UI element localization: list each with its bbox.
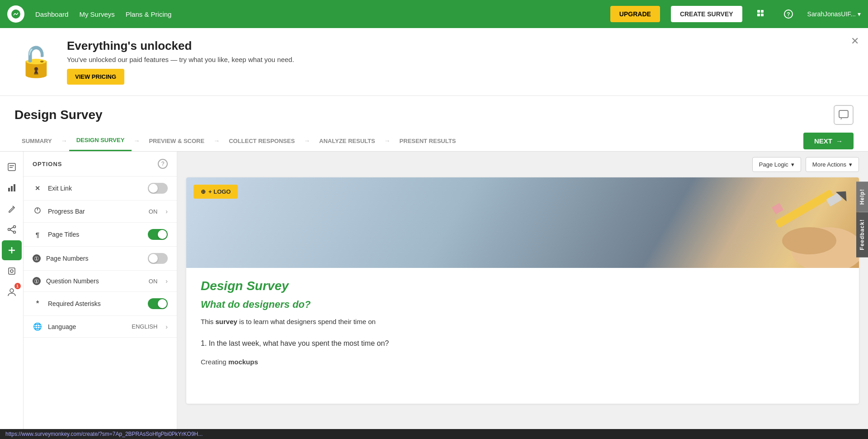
tab-preview-score[interactable]: PREVIEW & SCORE [142,131,212,151]
svg-rect-8 [8,163,15,171]
option-page-numbers: ① Page Numbers [24,247,177,271]
exit-link-icon: ✕ [33,185,42,192]
top-navigation: Dashboard My Surveys Plans & Pricing UPG… [0,0,868,28]
svg-point-22 [10,270,13,272]
lock-icon: 🔓 [18,48,54,76]
option-language: 🌐 Language ENGLISH › [24,316,177,338]
svg-point-16 [13,231,15,234]
question-numbers-icon: ① [33,277,41,285]
survey-title: Design Survey [201,279,844,293]
user-menu[interactable]: SarahJonasUIF... ▾ [807,10,861,18]
required-asterisks-label: Required Asterisks [48,300,142,307]
sidebar-icon-library[interactable] [2,261,22,281]
page-numbers-label: Page Numbers [46,255,142,262]
page-numbers-toggle[interactable] [148,253,168,264]
nav-dashboard[interactable]: Dashboard [35,10,68,18]
sidebar-icon-user[interactable]: 1 [2,282,22,302]
options-header: OPTIONS ? [24,152,177,177]
progress-bar-arrow: › [165,208,168,215]
banner-heading: Everything's unlocked [67,39,294,53]
sidebar-icons: 1 [0,152,24,439]
side-tabs: Help! Feedback! [856,181,868,257]
language-label: Language [48,323,126,330]
nav-my-surveys[interactable]: My Surveys [79,10,114,18]
pencil-illustration [719,177,859,268]
svg-rect-3 [757,14,760,16]
canvas-main: ⊕ + LOGO [186,177,859,404]
page-numbers-icon: ① [33,254,41,262]
chat-icon-button[interactable] [834,105,854,125]
feedback-tab[interactable]: Feedback! [856,212,868,257]
view-pricing-button[interactable]: VIEW PRICING [67,69,124,85]
question-numbers-label: Question Numbers [46,277,143,285]
nav-plans-pricing[interactable]: Plans & Pricing [126,10,172,18]
svg-rect-27 [775,189,834,228]
progress-bar-label: Progress Bar [48,208,143,215]
exit-link-label: Exit Link [48,185,142,192]
page-title: Design Survey [14,108,103,122]
page-logic-button[interactable]: Page Logic ▾ [752,157,801,172]
sidebar-icon-analytics[interactable] [2,178,22,198]
required-asterisks-icon: * [33,300,42,308]
status-url: https://www.surveymonkey.com/create/?sm=… [5,431,203,437]
svg-rect-11 [8,188,10,191]
survey-description: This survey is to learn what designers s… [201,317,844,327]
svg-line-18 [10,230,13,232]
svg-point-23 [10,289,14,292]
more-actions-button[interactable]: More Actions ▾ [806,157,859,172]
svg-point-14 [8,229,10,231]
options-title: OPTIONS [33,161,62,167]
svg-rect-30 [772,203,783,215]
tab-design-survey[interactable]: DESIGN SURVEY [69,130,132,151]
canvas-toolbar: Page Logic ▾ More Actions ▾ [177,152,868,177]
survey-canvas: Page Logic ▾ More Actions ▾ ⊕ + LOGO [177,152,868,439]
sidebar-icon-design[interactable] [2,199,22,219]
survey-body: Design Survey What do designers do? This… [186,268,859,379]
survey-option-1: Creating mockups [201,355,844,368]
question-numbers-value: ON [149,278,158,285]
banner-close-button[interactable]: ✕ [851,35,859,47]
sidebar-icon-connect[interactable] [2,220,22,239]
progress-bar-icon [33,207,42,216]
svg-point-15 [13,226,15,228]
svg-rect-21 [9,268,15,274]
apps-icon[interactable] [753,6,769,22]
create-survey-button[interactable]: CREATE SURVEY [671,6,742,22]
logo[interactable] [7,5,24,23]
sidebar-icon-add[interactable] [2,240,22,260]
option-question-numbers: ① Question Numbers ON › [24,271,177,292]
page-titles-label: Page Titles [48,231,142,238]
svg-rect-2 [761,10,764,13]
upgrade-button[interactable]: UPGRADE [610,6,660,22]
option-page-titles: ¶ Page Titles [24,223,177,247]
svg-rect-4 [761,14,764,16]
options-help-icon[interactable]: ? [158,159,168,169]
workflow-tabs: SUMMARY → DESIGN SURVEY → PREVIEW & SCOR… [0,130,868,152]
survey-subtitle: What do designers do? [201,299,844,310]
tab-collect-responses[interactable]: COLLECT RESPONSES [222,131,302,151]
logo-button[interactable]: ⊕ + LOGO [193,185,238,199]
page-titles-toggle[interactable] [148,229,168,240]
page-titles-icon: ¶ [33,231,42,239]
help-tab[interactable]: Help! [856,181,868,212]
tab-summary[interactable]: SUMMARY [14,131,59,151]
option-required-asterisks: * Required Asterisks [24,292,177,316]
svg-point-26 [782,227,836,254]
canvas-inner: ⊕ + LOGO [186,177,859,404]
next-button[interactable]: NEXT → [803,133,854,149]
options-panel: OPTIONS ? ✕ Exit Link Progress Bar ON [24,152,177,439]
option-exit-link: ✕ Exit Link [24,177,177,200]
sidebar-icon-summary[interactable] [2,157,22,177]
help-icon[interactable]: ? [780,6,797,22]
page-header: Design Survey [0,96,868,130]
unlock-banner: 🔓 Everything's unlocked You've unlocked … [0,28,868,96]
language-icon: 🌐 [33,322,42,331]
tab-analyze-results[interactable]: ANALYZE RESULTS [312,131,382,151]
language-value: ENGLISH [132,323,157,330]
required-asterisks-toggle[interactable] [148,298,168,309]
svg-rect-12 [11,186,13,191]
svg-rect-7 [839,110,848,118]
option-progress-bar: Progress Bar ON › [24,200,177,223]
exit-link-toggle[interactable] [148,183,168,194]
tab-present-results[interactable]: PRESENT RESULTS [392,131,463,151]
